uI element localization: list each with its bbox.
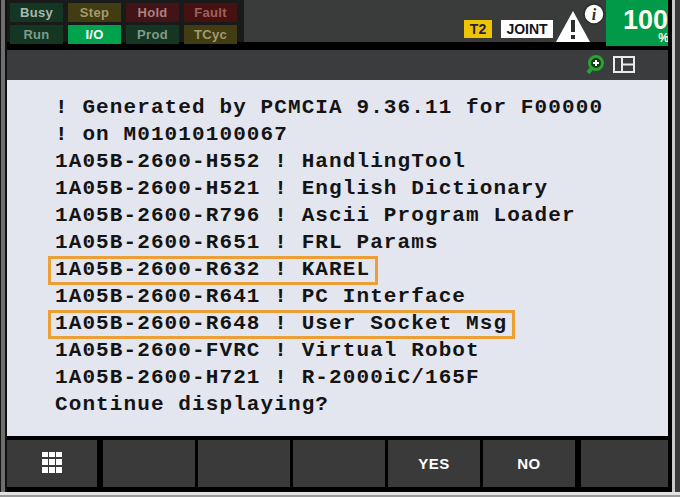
- zoom-in-icon[interactable]: [586, 54, 608, 76]
- grid-menu-icon: [40, 461, 64, 478]
- terminal-line: 1A05B-2600-H552 ! HandlingTool: [55, 148, 668, 175]
- led-run: Run: [10, 25, 63, 44]
- window-edge-left: [0, 0, 7, 497]
- fkey-f3[interactable]: [293, 440, 385, 487]
- terminal-panel: ! Generated by PCMCIA 9.36.11 for F00000…: [7, 80, 668, 436]
- function-key-bar: YES NO: [0, 436, 680, 497]
- fkey-f6[interactable]: [581, 440, 668, 487]
- led-busy: Busy: [10, 3, 63, 22]
- software-options-listing: ! Generated by PCMCIA 9.36.11 for F00000…: [7, 80, 668, 418]
- terminal-line: ! Generated by PCMCIA 9.36.11 for F00000: [55, 94, 668, 121]
- window-edge-right: [668, 0, 680, 497]
- terminal-line: 1A05B-2600-H721 ! R-2000iC/165F: [55, 364, 668, 391]
- terminal-line: ! on M01010100067: [55, 121, 668, 148]
- terminal-line-highlighted-karel: 1A05B-2600-R632 ! KAREL: [55, 256, 668, 283]
- led-tcyc: TCyc: [184, 25, 237, 44]
- window-edge-bottom: [0, 492, 680, 497]
- led-io: I/O: [68, 25, 121, 44]
- led-step: Step: [68, 3, 121, 22]
- terminal-line: 1A05B-2600-FVRC ! Virtual Robot: [55, 337, 668, 364]
- svg-text:i: i: [592, 6, 597, 23]
- warning-info-icon[interactable]: i: [554, 3, 606, 45]
- terminal-line: 1A05B-2600-R651 ! FRL Params: [55, 229, 668, 256]
- split-screen-icon[interactable]: [613, 54, 635, 76]
- led-hold: Hold: [126, 3, 179, 22]
- led-fault: Fault: [184, 3, 237, 22]
- terminal-prompt: Continue displaying?: [55, 391, 668, 418]
- terminal-line: 1A05B-2600-R796 ! Ascii Program Loader: [55, 202, 668, 229]
- coord-badge-joint[interactable]: JOINT: [501, 20, 553, 38]
- fkey-yes-button[interactable]: YES: [388, 440, 480, 487]
- terminal-line-highlighted-user-socket-msg: 1A05B-2600-R648 ! User Socket Msg: [55, 310, 668, 337]
- status-bar: Busy Step Hold Fault Run I/O Prod TCyc T…: [0, 0, 680, 46]
- led-prod: Prod: [126, 25, 179, 44]
- fkey-no-button[interactable]: NO: [483, 440, 575, 487]
- terminal-line: 1A05B-2600-H521 ! English Dictionary: [55, 175, 668, 202]
- teach-pendant-screen: Busy Step Hold Fault Run I/O Prod TCyc T…: [0, 0, 680, 497]
- terminal-line: 1A05B-2600-R641 ! PC Interface: [55, 283, 668, 310]
- mode-badge-t2[interactable]: T2: [464, 20, 492, 38]
- fkey-f1[interactable]: [103, 440, 195, 487]
- menu-button[interactable]: [7, 440, 97, 487]
- speed-override-box: 100 %: [606, 0, 677, 46]
- fkey-f2[interactable]: [198, 440, 290, 487]
- window-toolbar: [0, 50, 680, 80]
